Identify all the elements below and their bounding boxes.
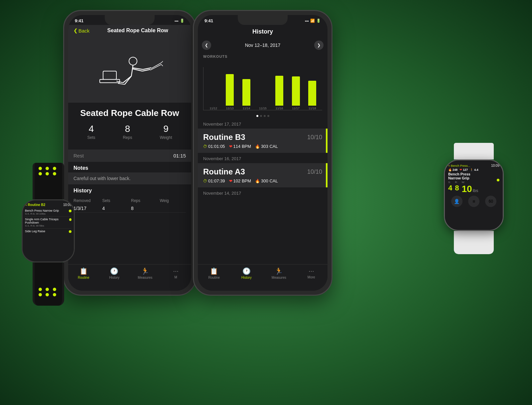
wr-big-stats: S: 4 R: 8 W: 10 lbs	[448, 181, 499, 194]
notes-header: Notes	[68, 162, 191, 172]
tab-history-right[interactable]: 🕐 History	[230, 267, 263, 279]
wr-s-val: 4	[448, 184, 452, 192]
history-screen: History ❮ Nov 12–18, 2017 ❯ WORKOUTS 11/…	[198, 25, 328, 197]
wr-header: < Bench Press... 10:09	[448, 164, 499, 167]
watch-body-left: < Routine B2 10:09 Bench Press Narrow Gr…	[22, 199, 75, 262]
weight-value: 9	[160, 124, 172, 134]
wr-btn-1[interactable]: 👤	[451, 196, 463, 207]
right-battery-icon: 🔋	[316, 19, 321, 23]
bar-1114: 11/14	[239, 79, 254, 110]
item-dot-3	[69, 230, 71, 233]
wr-w-unit: lbs	[473, 188, 478, 193]
workout-score-1: 10/10	[307, 134, 322, 141]
watch-screen-right: < Bench Press... 10:09 🔥 248 ❤ 127 🚶 4.4…	[445, 160, 503, 230]
wr-fire-val: 248	[453, 168, 458, 171]
watch-item-2[interactable]: Single Arm Cable Triceps Pushdown S:3, R…	[25, 217, 71, 229]
date-next-button[interactable]: ❯	[314, 41, 324, 50]
tab-measures-left[interactable]: 🏃 Measures	[130, 267, 161, 279]
tab-more-right[interactable]: ··· More	[295, 267, 328, 279]
right-wifi-icon: 📶	[310, 19, 315, 23]
tab-routine-right[interactable]: 📋 Routine	[198, 267, 230, 279]
workout-date-3: November 14, 2017	[198, 188, 328, 197]
fire-icon-wr: 🔥	[448, 168, 452, 171]
tab-routine-label: Routine	[78, 276, 89, 279]
svg-point-2	[129, 57, 137, 65]
tab-measures-label-right: Measures	[272, 276, 286, 279]
cal-val-1: 303 CAL	[261, 144, 278, 149]
left-status-time: 9:41	[75, 18, 83, 23]
tab-routine-left[interactable]: 📋 Routine	[68, 267, 99, 279]
wr-back[interactable]: < Bench Press...	[448, 164, 470, 167]
weight-stat: 9 Weight	[160, 124, 172, 140]
svg-line-12	[151, 63, 161, 68]
wr-btn-2[interactable]: ≡	[468, 196, 479, 207]
chart-date-1118: 11/18	[309, 107, 316, 110]
wr-stats-row: 🔥 248 ❤ 127 🚶 4.4	[448, 168, 499, 171]
workout-row-1: Routine B3 10/10	[203, 133, 322, 142]
history-header: History	[68, 184, 191, 195]
wr-stat-steps: 🚶 4.4	[470, 168, 478, 171]
dot-2	[260, 115, 262, 117]
back-button[interactable]: ❮ Back	[73, 28, 89, 34]
workout-card-2[interactable]: Routine A3 10/10 ⏱ 01:07:39 ❤ 102 BPM	[198, 163, 328, 187]
workout-date-1: November 17, 2017	[198, 119, 328, 128]
tab-history-label-left: History	[109, 276, 119, 279]
bpm-val-1: 114 BPM	[233, 144, 251, 149]
steps-icon-wr: 🚶	[470, 168, 473, 171]
workout-score-2: 10/10	[307, 168, 322, 175]
notes-text: Careful out with lower back.	[68, 172, 191, 184]
nav-title-left: Seated Rope Cable Row	[89, 28, 186, 34]
bar-1116: 11/16	[272, 76, 287, 110]
hr-reps-1: 8	[131, 206, 157, 211]
wr-btn-3[interactable]: 60	[485, 196, 496, 207]
tab-more-left[interactable]: ··· M	[161, 267, 192, 279]
tab-history-left[interactable]: 🕐 History	[99, 267, 130, 279]
wr-r-label: R:	[455, 181, 459, 184]
bar-1117: 11/17	[289, 76, 303, 110]
exercise-figure-svg	[96, 43, 163, 96]
history-screen-title: History	[198, 25, 328, 39]
chart-inner: 11/12 11/13 11/14	[203, 67, 322, 110]
wr-active-dot	[497, 179, 499, 181]
meta-bpm-1: ❤ 114 BPM	[229, 144, 251, 149]
tab-more-label-right: More	[308, 275, 315, 279]
bpm-val-2: 102 BPM	[233, 178, 251, 183]
watch-item-1[interactable]: Bench Press Narrow Grip S:4, R:8, W:10lb…	[25, 208, 71, 217]
watch-left-time: 10:09	[63, 203, 71, 207]
bar-1113: 11/13	[223, 74, 237, 110]
wr-reps-stat: R: 8	[455, 181, 459, 192]
tab-history-icon-left: 🕐	[110, 267, 118, 275]
history-table-header: Removed Sets Reps Weig	[73, 198, 186, 203]
date-nav: ❮ Nov 12–18, 2017 ❯	[198, 39, 328, 52]
exercise-name: Seated Rope Cable Row	[73, 108, 186, 118]
svg-line-15	[161, 64, 163, 66]
date-prev-button[interactable]: ❮	[202, 41, 211, 50]
exercise-title-section: Seated Rope Cable Row 4 Sets 8 Reps 9 We…	[68, 103, 191, 148]
wr-s-label: S:	[448, 181, 452, 184]
chart-date-1117: 11/17	[292, 107, 300, 110]
item-name-2: Single Arm Cable Triceps Pushdown	[25, 218, 68, 224]
workout-card-1[interactable]: Routine B3 10/10 ⏱ 01:01:05 ❤ 114 BPM	[198, 129, 328, 153]
iphone-right: 9:41 ▪▪▪ 📶 🔋 History ❮ Nov 12–18, 2017 ❯…	[193, 10, 332, 296]
watch-item-3[interactable]: Side Leg Raise	[25, 229, 71, 234]
workout-meta-1: ⏱ 01:01:05 ❤ 114 BPM 🔥 303 CAL	[203, 144, 322, 149]
wr-w-val: 10	[462, 184, 472, 194]
item-dot-1	[69, 210, 71, 212]
watch-left: < Routine B2 10:09 Bench Press Narrow Gr…	[13, 163, 83, 246]
svg-line-7	[118, 83, 125, 84]
watch-right-band-bottom	[454, 231, 494, 254]
wr-exercise-name: Bench PressNarrow Grip	[448, 172, 499, 180]
time-icon-2: ⏱	[203, 179, 207, 183]
left-status-right: ▪▪▪ 🔋	[175, 18, 185, 23]
reps-stat: 8 Reps	[123, 124, 132, 140]
bar-1115: 11/15	[256, 106, 270, 110]
exercise-image	[68, 36, 191, 103]
tab-measures-right[interactable]: 🏃 Measures	[263, 267, 295, 279]
chart-dots	[198, 113, 328, 119]
back-label: Back	[78, 28, 89, 34]
tab-routine-icon-right: 📋	[210, 267, 218, 275]
workout-meta-2: ⏱ 01:07:39 ❤ 102 BPM 🔥 300 CAL	[203, 178, 322, 183]
wr-weight-stat: W: 10 lbs	[462, 181, 478, 194]
date-range: Nov 12–18, 2017	[245, 43, 281, 48]
wr-r-val: 8	[455, 184, 459, 192]
